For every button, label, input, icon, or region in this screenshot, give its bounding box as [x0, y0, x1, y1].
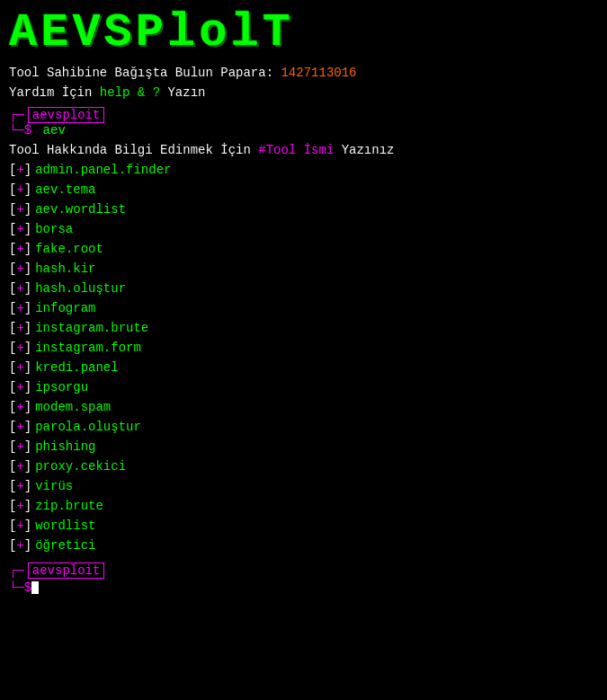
- plus-sign: +: [16, 240, 23, 259]
- help-text-before: Yardım İçin: [9, 85, 100, 100]
- prompt-input-value: aev: [43, 123, 66, 137]
- bracket-close: ]: [24, 359, 31, 377]
- donate-number: 1427113016: [281, 66, 356, 80]
- list-item: [+]modem.spam: [9, 398, 598, 417]
- list-item: [+]zip.brute: [9, 497, 598, 516]
- plus-sign: +: [16, 418, 23, 437]
- logo-text: AEVSPlolT: [9, 7, 598, 58]
- bracket-open: [: [9, 339, 16, 358]
- donate-label: Tool Sahibine Bağışta Bulun Papara:: [9, 66, 273, 80]
- bracket-close: ]: [24, 260, 31, 279]
- info-highlight: #Tool İsmi: [258, 143, 334, 157]
- list-item: [+]wordlist: [9, 517, 598, 536]
- bracket-open: [: [9, 457, 16, 476]
- cursor: [31, 581, 39, 594]
- bracket-open: [: [9, 497, 16, 516]
- list-item: [+]öğretici: [9, 536, 598, 555]
- prompt-top-line: ┌─aevsploit: [9, 107, 598, 123]
- plus-sign: +: [16, 497, 23, 516]
- bottom-prompt-top-line: ┌─aevsploit: [9, 563, 598, 579]
- help-text-after: Yazın: [160, 85, 205, 100]
- bracket-open: [: [9, 378, 16, 397]
- info-line: Tool Hakkında Bilgi Edinmek İçin #Tool İ…: [9, 143, 598, 157]
- bracket-open: [: [9, 200, 16, 219]
- bracket-close: ]: [24, 200, 31, 219]
- list-item: [+]ipsorgu: [9, 378, 598, 397]
- list-item: [+]phishing: [9, 438, 598, 456]
- tool-name: aev.tema: [35, 181, 95, 199]
- bracket-close: ]: [24, 240, 31, 259]
- logo-container: AEVSPlolT: [9, 7, 598, 58]
- info-text-after: Yazınız: [334, 143, 394, 157]
- plus-sign: +: [16, 457, 23, 476]
- tool-name: aev.wordlist: [35, 200, 126, 219]
- bracket-close: ]: [24, 477, 31, 496]
- tool-name: kredi.panel: [35, 359, 118, 377]
- plus-sign: +: [16, 517, 23, 536]
- list-item: [+]hash.oluştur: [9, 279, 598, 298]
- bracket-open: [: [9, 299, 16, 318]
- tool-name: ipsorgu: [35, 378, 88, 397]
- tool-name: instagram.form: [35, 339, 141, 358]
- bracket-close: ]: [24, 161, 31, 180]
- bottom-prompt-input-line: └─$: [9, 580, 598, 595]
- bracket-close: ]: [24, 497, 31, 516]
- tool-name: phishing: [35, 438, 95, 456]
- bracket-close: ]: [24, 398, 31, 417]
- tool-list: [+]admin.panel.finder[+]aev.tema[+]aev.w…: [9, 161, 598, 555]
- plus-sign: +: [16, 181, 23, 199]
- tool-name: hash.kir: [35, 260, 95, 279]
- plus-sign: +: [16, 339, 23, 358]
- plus-sign: +: [16, 378, 23, 397]
- plus-sign: +: [16, 438, 23, 456]
- help-command: help & ?: [100, 85, 160, 100]
- tool-name: virüs: [35, 477, 73, 496]
- list-item: [+]instagram.form: [9, 339, 598, 358]
- bracket-open: [: [9, 319, 16, 338]
- prompt-input-line: └─$ aev: [9, 123, 598, 137]
- list-item: [+]virüs: [9, 477, 598, 496]
- plus-sign: +: [16, 200, 23, 219]
- bracket-close: ]: [24, 517, 31, 536]
- bracket-close: ]: [24, 220, 31, 239]
- bracket-close: ]: [24, 457, 31, 476]
- bracket-close: ]: [24, 339, 31, 358]
- tool-name: öğretici: [35, 536, 95, 555]
- prompt-label: aevsploit: [28, 107, 105, 123]
- tool-name: admin.panel.finder: [35, 161, 171, 180]
- plus-sign: +: [16, 398, 23, 417]
- plus-sign: +: [16, 319, 23, 338]
- bracket-open: [: [9, 536, 16, 555]
- bracket-open: [: [9, 438, 16, 456]
- tool-name: borsa: [35, 220, 73, 239]
- bracket-open: [: [9, 398, 16, 417]
- bottom-prompt-corner: ┌─: [9, 563, 24, 578]
- bracket-close: ]: [24, 378, 31, 397]
- list-item: [+]hash.kir: [9, 260, 598, 279]
- plus-sign: +: [16, 220, 23, 239]
- list-item: [+]admin.panel.finder: [9, 161, 598, 180]
- plus-sign: +: [16, 299, 23, 318]
- bracket-close: ]: [24, 438, 31, 456]
- list-item: [+]fake.root: [9, 240, 598, 259]
- plus-sign: +: [16, 260, 23, 279]
- bracket-open: [: [9, 260, 16, 279]
- list-item: [+]instagram.brute: [9, 319, 598, 338]
- tool-name: hash.oluştur: [35, 279, 126, 298]
- tool-name: instagram.brute: [35, 319, 148, 338]
- list-item: [+]parola.oluştur: [9, 418, 598, 437]
- tool-name: modem.spam: [35, 398, 111, 417]
- plus-sign: +: [16, 536, 23, 555]
- bracket-open: [: [9, 477, 16, 496]
- plus-sign: +: [16, 161, 23, 180]
- tool-name: infogram: [35, 299, 95, 318]
- bracket-open: [: [9, 181, 16, 199]
- bracket-open: [: [9, 517, 16, 536]
- bracket-close: ]: [24, 181, 31, 199]
- plus-sign: +: [16, 279, 23, 298]
- donate-line: Tool Sahibine Bağışta Bulun Papara: 1427…: [9, 66, 598, 80]
- bracket-close: ]: [24, 418, 31, 437]
- list-item: [+]aev.wordlist: [9, 200, 598, 219]
- bracket-open: [: [9, 220, 16, 239]
- bracket-open: [: [9, 359, 16, 377]
